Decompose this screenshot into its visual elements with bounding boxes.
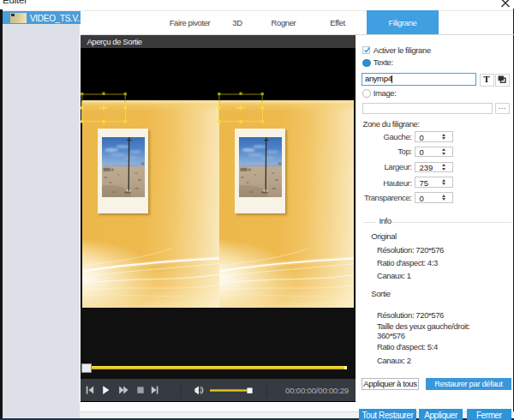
- svg-text:00:00:00/00:00:29: 00:00:00/00:00:29: [286, 385, 350, 394]
